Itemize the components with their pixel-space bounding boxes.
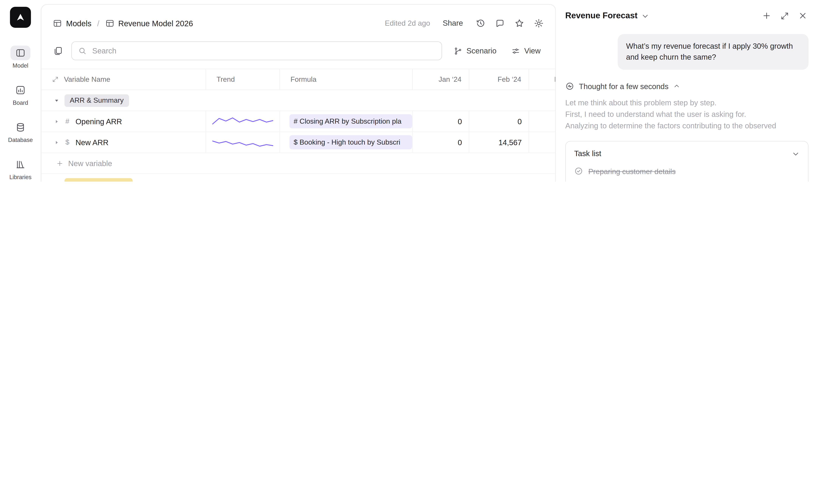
breadcrumb-root-label: Models	[66, 19, 91, 28]
formula-cell[interactable]: $ Booking - High touch by Subscri	[280, 132, 413, 153]
trend-cell[interactable]	[206, 111, 280, 132]
thinking-preview: Let me think about this problem step by …	[565, 97, 809, 132]
table-row[interactable]: $ New ARR $ Booking - High touch by Subs…	[41, 132, 555, 153]
thought-label: Thought for a few seconds	[579, 82, 669, 90]
edited-status: Edited 2d ago	[385, 19, 430, 27]
section-badge: Account Summary	[64, 178, 133, 182]
comment-icon	[495, 18, 505, 28]
task-item: Preparing customer details	[574, 167, 800, 176]
column-header-jan: Jan ‘24	[413, 69, 470, 89]
caret-right-icon[interactable]	[54, 119, 59, 124]
plus-icon	[56, 160, 63, 167]
trend-cell[interactable]	[206, 132, 280, 153]
feb-value-cell[interactable]: 0	[470, 111, 529, 132]
chevron-up-icon	[673, 83, 680, 90]
task-list-title: Task list	[574, 149, 601, 158]
sidebar-item-board[interactable]: Board	[10, 83, 30, 106]
table-icon	[105, 19, 114, 28]
thought-toggle[interactable]: Thought for a few seconds	[565, 82, 809, 91]
expand-chat-button[interactable]	[780, 11, 789, 20]
sidebar-item-label: Libraries	[9, 174, 32, 180]
view-label: View	[524, 47, 541, 55]
clipped-cell	[529, 132, 556, 153]
close-icon	[798, 11, 808, 20]
breadcrumb-current[interactable]: Revenue Model 2026	[105, 19, 193, 28]
breadcrumb-models[interactable]: Models	[53, 19, 91, 28]
chat-header: Revenue Forecast	[556, 0, 816, 20]
jan-value-cell[interactable]: 0	[413, 132, 470, 153]
breadcrumb-separator: /	[97, 19, 100, 28]
task-label: Preparing customer details	[588, 167, 676, 175]
board-icon	[10, 83, 30, 98]
scenario-button[interactable]: Scenario	[450, 46, 500, 56]
search-input[interactable]	[91, 46, 435, 55]
thinking-line: Let me think about this problem step by …	[565, 97, 809, 109]
settings-button[interactable]	[534, 18, 544, 28]
history-button[interactable]	[476, 18, 486, 28]
check-circle-icon	[574, 167, 583, 176]
formula-cell[interactable]: # Closing ARR by Subscription pla	[280, 111, 413, 132]
model-header: Models / Revenue Model 2026 Edited 2d ag…	[41, 5, 555, 41]
section-badge: ARR & Summary	[64, 94, 129, 107]
share-button[interactable]: Share	[440, 18, 466, 28]
variable-name-cell[interactable]: # Opening ARR	[41, 111, 206, 132]
database-icon	[10, 120, 30, 135]
header-actions: Edited 2d ago Share	[385, 18, 544, 28]
sidebar: Model Board Database Libraries Templates…	[0, 0, 41, 182]
pages-icon[interactable]	[53, 46, 63, 56]
view-button[interactable]: View	[508, 46, 544, 56]
search-bar[interactable]	[71, 41, 442, 60]
column-header-variable: Variable Name	[64, 76, 110, 83]
feb-value-cell[interactable]: 14,567	[470, 132, 529, 153]
jan-value-cell[interactable]: 0	[413, 111, 470, 132]
variable-name: Opening ARR	[76, 117, 122, 125]
plus-icon	[762, 11, 771, 20]
sidebar-item-label: Board	[13, 99, 28, 106]
expand-table-icon[interactable]	[52, 76, 59, 83]
favorite-button[interactable]	[514, 18, 524, 28]
history-icon	[476, 18, 486, 28]
page-title: Revenue Model 2026	[118, 19, 193, 28]
thinking-line: Analyzing to determine the factors contr…	[565, 120, 809, 132]
section-header-account-summary[interactable]: Account Summary	[41, 174, 555, 182]
logo-icon	[15, 12, 26, 23]
chevron-down-icon	[792, 150, 800, 158]
caret-right-icon[interactable]	[54, 140, 59, 145]
chat-title: Revenue Forecast	[565, 11, 638, 20]
section-header-arr-summary[interactable]: ARR & Summary	[41, 90, 555, 111]
sidebar-item-model[interactable]: Model	[10, 46, 30, 69]
model-panel: Models / Revenue Model 2026 Edited 2d ag…	[41, 4, 556, 182]
variable-name: New ARR	[76, 138, 108, 146]
table-icon	[53, 19, 62, 28]
sidebar-nav: Model Board Database Libraries Templates…	[7, 46, 34, 182]
sidebar-item-database[interactable]: Database	[8, 120, 33, 143]
variable-name-cell[interactable]: $ New ARR	[41, 132, 206, 153]
comments-button[interactable]	[495, 18, 505, 28]
new-variable-button[interactable]: New variable	[41, 153, 555, 174]
thinking-line: First, I need to understand what the use…	[565, 109, 809, 120]
scenario-icon	[453, 46, 462, 55]
sidebar-item-libraries[interactable]: Libraries	[9, 157, 32, 180]
chat-header-actions	[762, 11, 808, 20]
task-list-card: Task list Preparing customer details Ana…	[565, 141, 809, 182]
clipped-cell	[529, 111, 556, 132]
close-chat-button[interactable]	[798, 11, 808, 20]
formula-chip: # Closing ARR by Subscription pla	[289, 114, 412, 128]
new-chat-button[interactable]	[762, 11, 771, 20]
column-header-mar: Mar ‘24	[529, 69, 556, 89]
column-header-trend: Trend	[206, 69, 280, 89]
task-list-header[interactable]: Task list	[574, 149, 800, 158]
chevron-down-icon[interactable]	[641, 12, 649, 20]
model-toolbar: Scenario View	[41, 41, 555, 69]
causal-logo[interactable]	[10, 7, 31, 28]
scenario-label: Scenario	[467, 47, 497, 55]
model-icon	[10, 46, 30, 60]
chat-panel: Revenue Forecast What’s my revenue forec…	[556, 0, 816, 182]
thought-icon	[565, 82, 574, 91]
variable-type-icon: $	[64, 138, 71, 146]
gear-icon	[534, 18, 544, 28]
trend-sparkline	[212, 115, 273, 128]
column-header-feb: Feb ‘24	[470, 69, 529, 89]
table-row[interactable]: # Opening ARR # Closing ARR by Subscript…	[41, 111, 555, 132]
trend-sparkline	[212, 136, 273, 149]
